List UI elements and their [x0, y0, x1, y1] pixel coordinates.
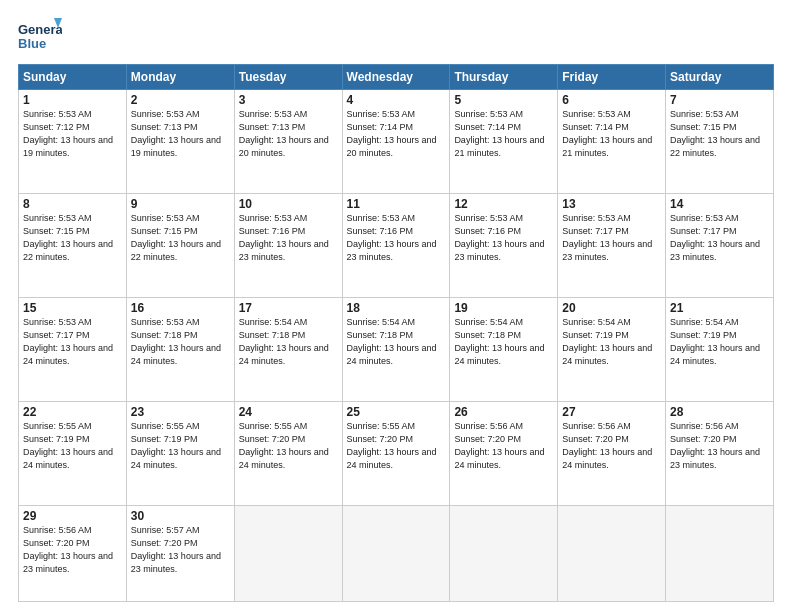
logo: General Blue	[18, 18, 62, 54]
calendar-cell: 1Sunrise: 5:53 AM Sunset: 7:12 PM Daylig…	[19, 90, 127, 194]
day-info: Sunrise: 5:56 AM Sunset: 7:20 PM Dayligh…	[670, 420, 769, 472]
calendar-cell: 4Sunrise: 5:53 AM Sunset: 7:14 PM Daylig…	[342, 90, 450, 194]
day-info: Sunrise: 5:56 AM Sunset: 7:20 PM Dayligh…	[454, 420, 553, 472]
day-info: Sunrise: 5:53 AM Sunset: 7:14 PM Dayligh…	[347, 108, 446, 160]
day-number: 24	[239, 405, 338, 419]
day-info: Sunrise: 5:56 AM Sunset: 7:20 PM Dayligh…	[23, 524, 122, 576]
header-day-tuesday: Tuesday	[234, 65, 342, 90]
day-number: 28	[670, 405, 769, 419]
calendar-cell: 8Sunrise: 5:53 AM Sunset: 7:15 PM Daylig…	[19, 193, 127, 297]
day-number: 27	[562, 405, 661, 419]
calendar-cell: 18Sunrise: 5:54 AM Sunset: 7:18 PM Dayli…	[342, 297, 450, 401]
calendar-table: SundayMondayTuesdayWednesdayThursdayFrid…	[18, 64, 774, 602]
header-day-sunday: Sunday	[19, 65, 127, 90]
day-number: 6	[562, 93, 661, 107]
calendar-cell: 14Sunrise: 5:53 AM Sunset: 7:17 PM Dayli…	[666, 193, 774, 297]
calendar-cell: 25Sunrise: 5:55 AM Sunset: 7:20 PM Dayli…	[342, 401, 450, 505]
day-number: 26	[454, 405, 553, 419]
day-info: Sunrise: 5:53 AM Sunset: 7:17 PM Dayligh…	[23, 316, 122, 368]
day-number: 29	[23, 509, 122, 523]
calendar-cell	[342, 505, 450, 601]
calendar-cell: 11Sunrise: 5:53 AM Sunset: 7:16 PM Dayli…	[342, 193, 450, 297]
page: General Blue SundayMondayTuesdayWednesda…	[0, 0, 792, 612]
calendar-cell	[234, 505, 342, 601]
calendar-cell: 19Sunrise: 5:54 AM Sunset: 7:18 PM Dayli…	[450, 297, 558, 401]
calendar-cell: 9Sunrise: 5:53 AM Sunset: 7:15 PM Daylig…	[126, 193, 234, 297]
calendar-cell: 6Sunrise: 5:53 AM Sunset: 7:14 PM Daylig…	[558, 90, 666, 194]
calendar-cell: 20Sunrise: 5:54 AM Sunset: 7:19 PM Dayli…	[558, 297, 666, 401]
calendar-cell: 13Sunrise: 5:53 AM Sunset: 7:17 PM Dayli…	[558, 193, 666, 297]
header-day-wednesday: Wednesday	[342, 65, 450, 90]
day-number: 23	[131, 405, 230, 419]
day-info: Sunrise: 5:53 AM Sunset: 7:14 PM Dayligh…	[454, 108, 553, 160]
day-info: Sunrise: 5:54 AM Sunset: 7:19 PM Dayligh…	[670, 316, 769, 368]
day-info: Sunrise: 5:53 AM Sunset: 7:18 PM Dayligh…	[131, 316, 230, 368]
calendar-cell	[558, 505, 666, 601]
day-info: Sunrise: 5:55 AM Sunset: 7:20 PM Dayligh…	[239, 420, 338, 472]
day-number: 3	[239, 93, 338, 107]
day-info: Sunrise: 5:53 AM Sunset: 7:17 PM Dayligh…	[562, 212, 661, 264]
calendar-cell: 23Sunrise: 5:55 AM Sunset: 7:19 PM Dayli…	[126, 401, 234, 505]
day-number: 5	[454, 93, 553, 107]
day-number: 2	[131, 93, 230, 107]
calendar-cell: 28Sunrise: 5:56 AM Sunset: 7:20 PM Dayli…	[666, 401, 774, 505]
day-info: Sunrise: 5:53 AM Sunset: 7:16 PM Dayligh…	[239, 212, 338, 264]
calendar-cell: 10Sunrise: 5:53 AM Sunset: 7:16 PM Dayli…	[234, 193, 342, 297]
day-number: 14	[670, 197, 769, 211]
day-number: 7	[670, 93, 769, 107]
day-info: Sunrise: 5:53 AM Sunset: 7:14 PM Dayligh…	[562, 108, 661, 160]
day-info: Sunrise: 5:55 AM Sunset: 7:19 PM Dayligh…	[23, 420, 122, 472]
calendar-cell: 26Sunrise: 5:56 AM Sunset: 7:20 PM Dayli…	[450, 401, 558, 505]
calendar-cell: 12Sunrise: 5:53 AM Sunset: 7:16 PM Dayli…	[450, 193, 558, 297]
day-number: 18	[347, 301, 446, 315]
calendar-cell: 7Sunrise: 5:53 AM Sunset: 7:15 PM Daylig…	[666, 90, 774, 194]
calendar-cell: 15Sunrise: 5:53 AM Sunset: 7:17 PM Dayli…	[19, 297, 127, 401]
header-day-thursday: Thursday	[450, 65, 558, 90]
day-number: 12	[454, 197, 553, 211]
header: General Blue	[18, 18, 774, 54]
day-info: Sunrise: 5:53 AM Sunset: 7:16 PM Dayligh…	[454, 212, 553, 264]
day-number: 15	[23, 301, 122, 315]
logo-icon: General Blue	[18, 18, 62, 54]
day-info: Sunrise: 5:53 AM Sunset: 7:15 PM Dayligh…	[670, 108, 769, 160]
day-info: Sunrise: 5:54 AM Sunset: 7:18 PM Dayligh…	[454, 316, 553, 368]
day-info: Sunrise: 5:53 AM Sunset: 7:13 PM Dayligh…	[131, 108, 230, 160]
calendar-cell: 2Sunrise: 5:53 AM Sunset: 7:13 PM Daylig…	[126, 90, 234, 194]
day-number: 25	[347, 405, 446, 419]
day-number: 20	[562, 301, 661, 315]
day-number: 17	[239, 301, 338, 315]
day-number: 30	[131, 509, 230, 523]
day-info: Sunrise: 5:53 AM Sunset: 7:15 PM Dayligh…	[131, 212, 230, 264]
calendar-cell: 30Sunrise: 5:57 AM Sunset: 7:20 PM Dayli…	[126, 505, 234, 601]
day-number: 11	[347, 197, 446, 211]
calendar-cell: 21Sunrise: 5:54 AM Sunset: 7:19 PM Dayli…	[666, 297, 774, 401]
calendar-cell	[666, 505, 774, 601]
day-number: 8	[23, 197, 122, 211]
day-number: 19	[454, 301, 553, 315]
day-number: 4	[347, 93, 446, 107]
calendar-cell: 22Sunrise: 5:55 AM Sunset: 7:19 PM Dayli…	[19, 401, 127, 505]
day-number: 16	[131, 301, 230, 315]
calendar-cell: 24Sunrise: 5:55 AM Sunset: 7:20 PM Dayli…	[234, 401, 342, 505]
day-info: Sunrise: 5:56 AM Sunset: 7:20 PM Dayligh…	[562, 420, 661, 472]
day-number: 13	[562, 197, 661, 211]
day-number: 22	[23, 405, 122, 419]
day-info: Sunrise: 5:53 AM Sunset: 7:17 PM Dayligh…	[670, 212, 769, 264]
day-number: 21	[670, 301, 769, 315]
day-info: Sunrise: 5:53 AM Sunset: 7:16 PM Dayligh…	[347, 212, 446, 264]
calendar-cell	[450, 505, 558, 601]
day-info: Sunrise: 5:54 AM Sunset: 7:18 PM Dayligh…	[347, 316, 446, 368]
day-info: Sunrise: 5:53 AM Sunset: 7:15 PM Dayligh…	[23, 212, 122, 264]
day-info: Sunrise: 5:55 AM Sunset: 7:20 PM Dayligh…	[347, 420, 446, 472]
header-day-friday: Friday	[558, 65, 666, 90]
day-number: 10	[239, 197, 338, 211]
day-info: Sunrise: 5:55 AM Sunset: 7:19 PM Dayligh…	[131, 420, 230, 472]
day-info: Sunrise: 5:53 AM Sunset: 7:13 PM Dayligh…	[239, 108, 338, 160]
calendar-cell: 17Sunrise: 5:54 AM Sunset: 7:18 PM Dayli…	[234, 297, 342, 401]
calendar-cell: 5Sunrise: 5:53 AM Sunset: 7:14 PM Daylig…	[450, 90, 558, 194]
header-day-saturday: Saturday	[666, 65, 774, 90]
day-number: 9	[131, 197, 230, 211]
day-info: Sunrise: 5:54 AM Sunset: 7:19 PM Dayligh…	[562, 316, 661, 368]
day-info: Sunrise: 5:53 AM Sunset: 7:12 PM Dayligh…	[23, 108, 122, 160]
day-info: Sunrise: 5:54 AM Sunset: 7:18 PM Dayligh…	[239, 316, 338, 368]
